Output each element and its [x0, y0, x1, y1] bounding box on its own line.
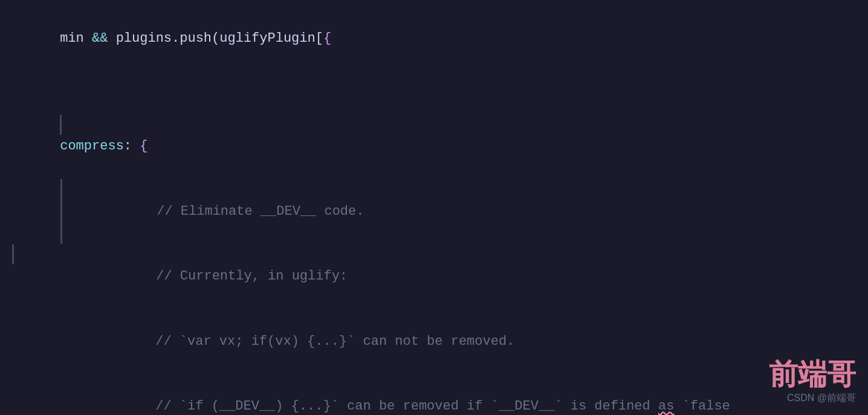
- code-line-6: // `if (__DEV__) {...}` can be removed i…: [0, 374, 868, 415]
- code-line-5: // `var vx; if(vx) {...}` can not be rem…: [0, 309, 868, 374]
- code-editor: min && plugins.push(uglifyPlugin[{ compr…: [0, 0, 868, 415]
- code-line-3: // Eliminate __DEV__ code.: [0, 179, 868, 244]
- watermark: 前端哥 CSDN @前端哥: [769, 360, 856, 406]
- code-line-4: // Currently, in uglify:: [0, 244, 868, 309]
- code-line-1: min && plugins.push(uglifyPlugin[{: [0, 6, 868, 71]
- watermark-main-text: 前端哥: [769, 360, 856, 389]
- watermark-sub-text: CSDN @前端哥: [787, 390, 856, 406]
- code-line-2: compress: {: [0, 71, 868, 179]
